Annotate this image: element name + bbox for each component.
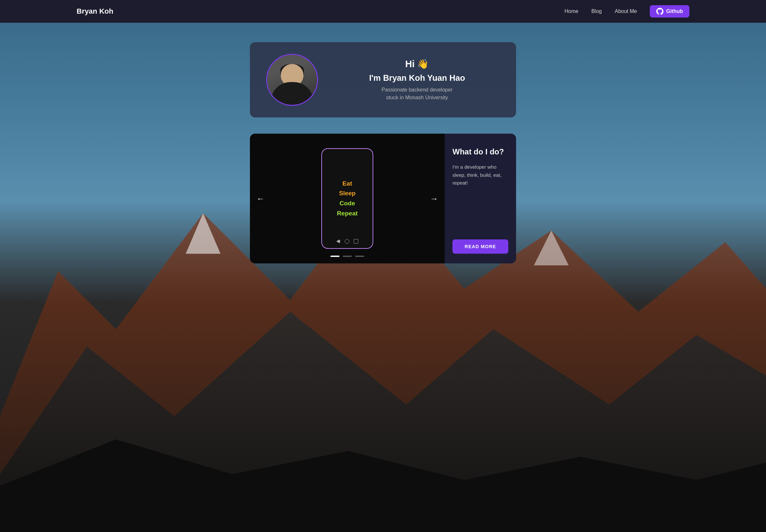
info-content: What do I do? I'm a developer who sleep,… [453, 147, 508, 187]
phone-line-eat: Eat [337, 179, 358, 189]
github-label: Github [666, 8, 683, 14]
navbar: Bryan Koh Home Blog About Me Github [0, 0, 766, 23]
subtitle: Passionate backend developer stuck in Mo… [334, 86, 500, 102]
avatar-image [267, 55, 317, 105]
phone-home-btn [345, 239, 349, 244]
carousel-dot-3[interactable] [355, 256, 364, 257]
carousel-prev-button[interactable]: ← [253, 191, 268, 207]
nav-link-blog[interactable]: Blog [591, 8, 602, 14]
phone-line-sleep: Sleep [337, 188, 358, 199]
site-brand: Bryan Koh [77, 7, 113, 16]
carousel-dots [330, 256, 364, 257]
phone-recents-btn [354, 239, 358, 244]
phone-screen-text: Eat Sleep Code Repeat [337, 179, 358, 219]
carousel-next-button[interactable]: → [427, 191, 442, 207]
carousel: ← Eat Sleep Code Repeat → [250, 134, 445, 263]
phone-mockup: Eat Sleep Code Repeat [321, 148, 373, 249]
subtitle-line1: Passionate backend developer [382, 87, 453, 92]
intro-text: Hi 👋 I'm Bryan Koh Yuan Hao Passionate b… [334, 58, 500, 102]
phone-line-repeat: Repeat [337, 209, 358, 219]
hero-section: Hi 👋 I'm Bryan Koh Yuan Hao Passionate b… [0, 23, 766, 532]
info-title: What do I do? [453, 147, 508, 157]
carousel-image-area: Eat Sleep Code Repeat [250, 134, 445, 263]
phone-line-code: Code [337, 199, 358, 209]
phone-bottom-bar [336, 239, 358, 244]
avatar-body [271, 82, 313, 105]
github-icon [656, 8, 663, 15]
carousel-dot-2[interactable] [343, 256, 352, 257]
carousel-dot-1[interactable] [330, 256, 339, 257]
nav-links: Home Blog About Me Github [565, 5, 689, 18]
info-panel: What do I do? I'm a developer who sleep,… [445, 134, 516, 263]
bottom-section: ← Eat Sleep Code Repeat → [250, 134, 516, 263]
nav-link-about[interactable]: About Me [615, 8, 637, 14]
phone-back-btn [336, 239, 340, 244]
nav-link-home[interactable]: Home [565, 8, 578, 14]
subtitle-line2: stuck in Monash University [386, 95, 448, 100]
name-heading: I'm Bryan Koh Yuan Hao [334, 73, 500, 83]
avatar [266, 54, 318, 106]
github-button[interactable]: Github [650, 5, 689, 18]
info-description: I'm a developer who sleep, think, build,… [453, 163, 508, 187]
greeting: Hi 👋 [334, 58, 500, 69]
intro-card: Hi 👋 I'm Bryan Koh Yuan Hao Passionate b… [250, 42, 516, 117]
read-more-button[interactable]: READ MORE [453, 239, 508, 254]
